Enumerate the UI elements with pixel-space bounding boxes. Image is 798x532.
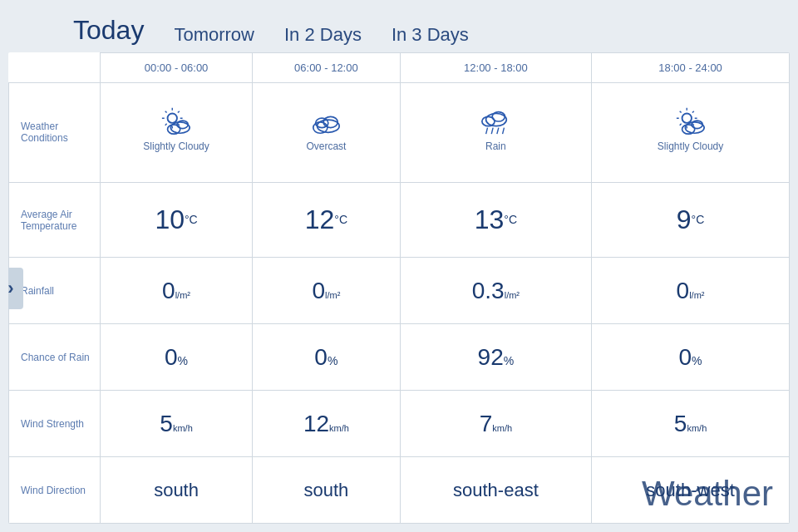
weather-card: › 00:00 - 06:00 06:00 - 12:00 12:00 - 18… [8,52,790,524]
weather-app: Today Tomorrow In 2 Days In 3 Days › 00:… [0,0,798,532]
wind-str-value-4: 5 [674,411,687,436]
rainfall-unit-4: l/m² [689,290,704,300]
tab-2days[interactable]: In 2 Days [269,17,377,52]
svg-line-7 [178,111,180,113]
chance-unit-4: % [692,354,702,367]
rainfall-value-1: 0 [162,278,175,303]
svg-line-19 [486,128,488,135]
cell-temp-2: 12°C [253,182,401,258]
nav-arrow-left[interactable]: › [8,268,23,309]
time-col-2: 06:00 - 12:00 [253,53,401,83]
rainfall-value-4: 0 [677,278,690,303]
rain-icon [475,106,515,137]
label-wind-direction: Wind Direction [9,457,101,524]
chance-unit-2: % [328,354,337,367]
chance-value-3: 92 [478,344,504,370]
tab-bar: Today Tomorrow In 2 Days In 3 Days [0,0,798,52]
cell-chance-1: 0% [101,324,253,391]
wind-str-value-1: 5 [160,411,173,436]
temp-value-2: 12 [305,204,335,234]
svg-line-8 [165,124,167,126]
cell-conditions-1: Slightly Cloudy [101,83,253,183]
cell-wind-dir-2: south [253,457,401,524]
rainfall-unit-3: l/m² [505,290,520,300]
time-col-4: 18:00 - 24:00 [592,53,790,83]
wind-dir-value-2: south [303,480,348,500]
temp-unit-2: °C [334,213,347,226]
tab-3days[interactable]: In 3 Days [377,17,484,52]
tab-tomorrow[interactable]: Tomorrow [159,17,269,52]
cell-wind-str-3: 7km/h [400,391,591,457]
svg-line-21 [497,128,499,135]
chance-value-4: 0 [679,344,692,370]
cell-chance-3: 92% [400,324,591,391]
cell-wind-dir-1: south [101,457,253,524]
chance-unit-1: % [178,354,188,367]
cell-wind-str-4: 5km/h [592,391,790,457]
cell-rainfall-1: 0l/m² [101,258,253,324]
label-weather-conditions: Weather Conditions [9,83,101,183]
chance-unit-3: % [504,354,514,367]
wind-str-unit-2: km/h [329,423,349,433]
time-col-1: 00:00 - 06:00 [101,53,253,83]
condition-label-4: Slightly Cloudy [596,140,785,159]
slightly-cloudy-icon-2 [671,106,711,137]
rainfall-unit-1: l/m² [175,290,190,300]
svg-line-5 [165,111,167,113]
rainfall-value-3: 0.3 [472,278,505,303]
wind-dir-value-4: south-west [646,480,734,500]
svg-line-30 [692,111,693,113]
rainfall-unit-2: l/m² [325,290,340,300]
cell-rainfall-2: 0l/m² [253,258,401,324]
wind-str-unit-3: km/h [492,423,512,433]
cell-temp-3: 13°C [400,182,591,258]
cell-conditions-4: Slightly Cloudy [592,83,790,183]
svg-point-23 [682,114,691,123]
condition-label-3: Rain [405,140,587,159]
svg-point-0 [168,114,177,123]
cell-conditions-3: Rain [400,83,591,183]
cell-wind-str-2: 12km/h [253,391,401,457]
temp-value-1: 10 [155,204,185,234]
cell-conditions-2: Overcast [253,83,401,183]
cell-temp-1: 10°C [101,182,253,258]
cell-rainfall-3: 0.3l/m² [400,258,591,324]
svg-line-22 [503,128,505,135]
temp-unit-4: °C [692,213,705,226]
overcast-icon [306,106,346,137]
svg-line-20 [492,128,494,135]
label-chance-rain: Chance of Rain [9,324,101,391]
chance-value-1: 0 [165,344,178,370]
temp-value-3: 13 [475,204,505,234]
tab-today[interactable]: Today [58,8,159,52]
wind-str-unit-4: km/h [687,423,707,433]
cell-wind-str-1: 5km/h [101,391,253,457]
cell-wind-dir-3: south-east [400,457,591,524]
cell-chance-2: 0% [253,324,401,391]
temp-value-4: 9 [677,204,692,234]
condition-label-1: Slightly Cloudy [105,140,248,159]
label-avg-temp: Average AirTemperature [9,182,101,258]
svg-line-28 [679,111,681,113]
wind-str-value-2: 12 [303,411,329,436]
slightly-cloudy-icon-1 [156,106,196,137]
temp-unit-3: °C [504,213,517,226]
rainfall-value-2: 0 [312,278,325,303]
chance-value-2: 0 [314,344,328,370]
cell-rainfall-4: 0l/m² [592,258,790,324]
wind-dir-value-1: south [154,480,199,500]
wind-str-unit-1: km/h [173,423,193,433]
wind-str-value-3: 7 [480,411,493,436]
time-col-3: 12:00 - 18:00 [400,53,591,83]
svg-line-31 [679,124,681,126]
label-wind-strength: Wind Strength [9,391,101,457]
temp-unit-1: °C [185,213,198,226]
weather-table: 00:00 - 06:00 06:00 - 12:00 12:00 - 18:0… [8,52,790,524]
condition-label-2: Overcast [257,140,396,159]
cell-temp-4: 9°C [592,182,790,258]
wind-dir-value-3: south-east [453,480,539,500]
cell-wind-dir-4: south-west [592,457,790,524]
cell-chance-4: 0% [592,324,790,391]
